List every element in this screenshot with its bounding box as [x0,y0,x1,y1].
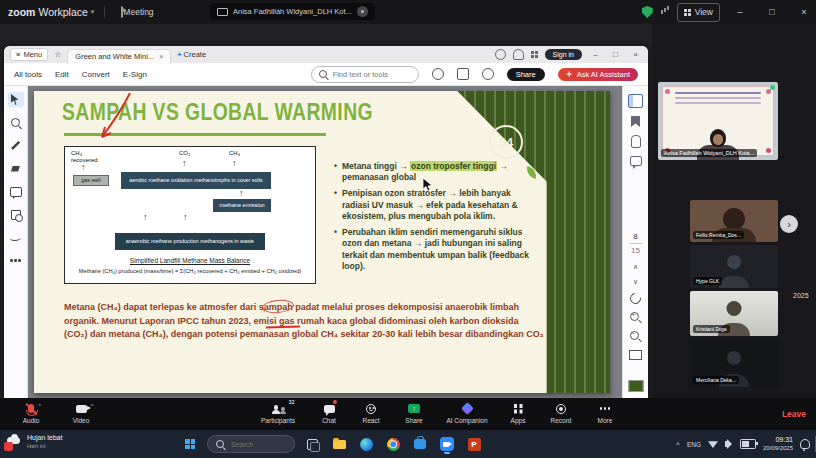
audio-button[interactable]: ^ Audio [8,402,54,424]
print-icon[interactable] [432,68,444,80]
next-page-icon[interactable]: ∨ [633,278,638,285]
nav-edit[interactable]: Edit [55,70,69,79]
taskbar-search-input[interactable] [229,440,285,449]
sparkle-icon [566,71,573,78]
file-explorer-button[interactable] [329,434,349,454]
bullet1-highlight: ozon troposfer tinggi [410,161,497,171]
tab-meeting[interactable]: Meeting [115,5,159,19]
bullet1-pre: Metana tinggi → [342,161,410,171]
nav-convert[interactable]: Convert [82,70,110,79]
comments-panel-icon[interactable] [630,156,642,166]
acrobat-menu-button[interactable]: ≡ Menu [10,48,48,61]
sign-in-button[interactable]: Sign in [545,49,582,60]
zoom-workplace-menu[interactable]: zoom Workplace ▾ [8,6,94,18]
react-button[interactable]: React [354,402,388,424]
powerpoint-button[interactable]: P [464,434,484,454]
nav-esign[interactable]: E-Sign [123,70,147,79]
pen-icon [11,141,21,151]
select-tool-button[interactable] [8,92,24,107]
highlight-tool-button[interactable] [8,161,24,176]
document-tab[interactable]: Green and White Mini... × [67,49,171,64]
tab-close-icon[interactable]: × [159,53,163,60]
gallery-next-button[interactable]: › [780,215,798,233]
info-icon[interactable] [495,49,506,60]
start-button[interactable] [180,434,200,454]
task-view-button[interactable] [302,434,322,454]
view-label: View [695,7,713,17]
acrobat-close-button[interactable]: × [629,50,642,59]
zoom-app-button[interactable] [437,434,457,454]
diagram-label-ch4: CH₄ [229,150,240,157]
store-button[interactable] [410,434,430,454]
previous-page-icon[interactable]: ∧ [633,263,638,270]
close-button[interactable]: × [792,0,816,24]
tray-expand-chevron[interactable]: ^ [676,440,680,449]
edge-button[interactable] [356,434,376,454]
find-input[interactable] [331,69,411,80]
apps-grid-icon[interactable] [531,51,534,54]
maximize-button[interactable]: □ [760,0,784,24]
ask-ai-button[interactable]: Ask AI Assistant [558,68,638,81]
notifications-bell-icon[interactable] [800,439,810,449]
battery-icon[interactable] [740,439,756,450]
minimize-button[interactable]: – [728,0,752,24]
record-label: Record [551,417,572,424]
audio-options-chevron[interactable]: ^ [38,403,41,409]
apps-button[interactable]: Apps [502,402,534,424]
ai-companion-button[interactable]: AI Companion [440,402,494,424]
acrobat-maximize-button[interactable]: □ [609,50,622,59]
find-box[interactable] [311,66,419,83]
page-thumbnails-icon[interactable] [628,94,643,108]
participant-tile[interactable]: Kristiani Zega [690,291,778,336]
more-button[interactable]: More [588,402,622,424]
participants-button[interactable]: 32 Participants [252,402,304,424]
weather-widget[interactable]: Hujan lebat Hari ini [4,433,62,451]
acrobat-window: ≡ Menu ☆ Green and White Mini... × + Cre… [4,46,648,398]
wifi-icon[interactable] [708,440,718,448]
signature-tool-button[interactable] [8,230,24,245]
fit-width-icon[interactable] [629,350,642,360]
leave-button[interactable]: Leave [782,409,806,419]
notifications-icon[interactable] [513,49,524,60]
security-shield-icon[interactable] [642,6,653,18]
shared-window-title[interactable]: Anisa Fadhillah Widyani_DLH Kot... [210,3,375,20]
meeting-control-bar: ^ Audio ^ Video 32 Participants [0,398,816,430]
shapes-tool-button[interactable] [8,207,24,222]
volume-icon[interactable] [725,441,729,447]
acrobat-minimize-button[interactable]: – [589,50,602,59]
video-options-chevron[interactable]: ^ [91,403,94,409]
page-thumbnail[interactable] [628,380,643,392]
more-tools-rail-button[interactable] [8,253,24,268]
participant-tile[interactable]: Hype GLK [690,245,778,288]
pen-tool-button[interactable] [8,138,24,153]
bookmarks-icon[interactable] [631,116,640,127]
meeting-label: Meeting [123,7,153,17]
speaker-video-tile[interactable]: Anisa Fadhillah Widyani_DLH Kota... [658,82,778,160]
attachments-icon[interactable] [631,135,641,148]
video-button[interactable]: ^ Video [58,402,104,424]
participants-count-badge: 32 [288,399,294,405]
comment-tool-button[interactable] [8,184,24,199]
favorite-star-icon[interactable]: ☆ [54,50,61,59]
save-icon[interactable] [457,68,469,80]
view-button[interactable]: View [677,3,720,22]
zoom-in-button[interactable]: + [630,312,641,323]
chat-button[interactable]: Chat [312,402,346,424]
taskbar-search[interactable] [207,435,295,453]
participant-tile[interactable]: Merciliana Deka... [690,339,778,387]
zoom-tool-button[interactable] [8,115,24,130]
nav-all-tools[interactable]: All tools [14,70,42,79]
create-button[interactable]: + Create [177,50,206,59]
language-indicator[interactable]: ENG [687,441,701,448]
zoom-out-button[interactable]: − [630,331,641,342]
share-button[interactable]: ↑ Share [396,402,432,424]
taskbar-clock[interactable]: 09:31 20/09/2025 [763,436,793,452]
edge-icon [360,438,373,451]
more-tools-icon[interactable] [482,68,494,80]
participant-tile[interactable]: Fellix Remba_Dos... [690,200,778,242]
record-button[interactable]: Record [542,402,580,424]
search-icon [216,440,224,448]
acrobat-share-button[interactable]: Share [507,68,545,81]
chrome-button[interactable] [383,434,403,454]
rotate-page-icon[interactable] [628,291,643,306]
